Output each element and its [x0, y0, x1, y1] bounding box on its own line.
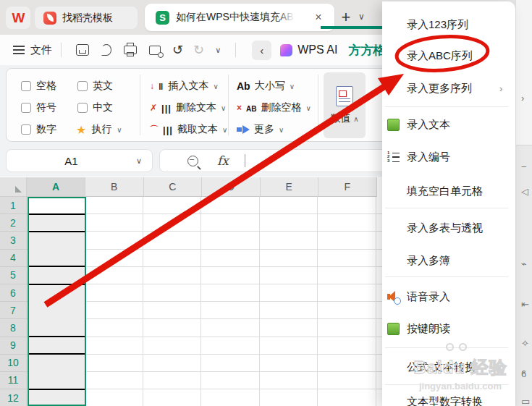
checkbox-english[interactable]: 英文 — [77, 79, 113, 93]
checkbox-label: 符号 — [36, 101, 56, 114]
redo-icon[interactable]: ↻ — [193, 42, 204, 58]
menu-item-text-number-convert[interactable]: 文本型数字转换 — [382, 392, 515, 406]
menu-item-enter-numbering[interactable]: 123 录入编号 — [382, 147, 515, 167]
change-case-button[interactable]: Ab 大小写 ∨ — [237, 78, 295, 94]
tab-list-chevron-icon[interactable]: ∨ — [358, 12, 365, 22]
name-box[interactable]: A1 ∨ — [6, 149, 153, 172]
close-tab-icon[interactable]: × — [311, 10, 326, 25]
sidebar-pin-icon[interactable]: ⌁ — [521, 258, 527, 269]
checkbox-space[interactable]: 空格 — [21, 79, 56, 93]
print-preview-icon[interactable] — [149, 46, 161, 55]
sidebar-doc-icon[interactable]: ▭ — [521, 396, 530, 406]
chevron-down-icon: ∨ — [117, 126, 122, 134]
row-header-12[interactable]: 12 — [0, 389, 27, 406]
ribbon-divider — [228, 75, 229, 135]
column-header-B[interactable]: B — [85, 177, 144, 197]
sidebar-minus-icon[interactable]: − — [521, 161, 527, 172]
numeric-doc-icon — [336, 86, 353, 106]
file-menu-button[interactable]: 文件 — [30, 43, 52, 57]
checkbox-icon[interactable] — [21, 103, 31, 113]
menu-item-multi-sheet-pivot[interactable]: 录入多表与透视 — [382, 218, 515, 238]
sidebar-person-icon[interactable]: ϐ — [521, 368, 526, 379]
more-arrow-icon — [237, 127, 242, 132]
fx-icon[interactable]: fx — [217, 153, 229, 168]
icon-bars: ‖ — [159, 81, 164, 92]
row-header-11[interactable]: 11 — [0, 372, 27, 389]
column-header-A[interactable]: A — [27, 177, 85, 197]
zoom-minus-icon[interactable] — [187, 156, 198, 166]
ribbon-divider — [318, 75, 318, 135]
button-label: 删除文本 — [176, 101, 216, 114]
export-pdf-icon[interactable] — [101, 44, 111, 56]
checkbox-number[interactable]: 数字 — [21, 122, 56, 137]
menu-item-fill-blank-cells[interactable]: 填充空白单元格 — [382, 181, 515, 201]
sidebar-sparkle-icon[interactable]: ✧ — [521, 338, 529, 349]
delete-text-button[interactable]: ✗ ||| 删除文本 ∨ — [150, 100, 226, 116]
undo-icon[interactable]: ↺ — [172, 42, 183, 58]
wps-ai-icon — [280, 44, 292, 56]
wps-home-button[interactable]: W — [6, 7, 30, 29]
column-header-F[interactable]: F — [318, 177, 377, 197]
menu-item-enter-text[interactable]: 录入文本 — [382, 114, 515, 135]
collapse-ribbon-back-button[interactable]: ‹ — [252, 41, 271, 60]
menu-item-multi-workbook[interactable]: 录入多簿 — [382, 250, 515, 271]
toolbar-more-chevron-icon[interactable]: ∨ — [215, 46, 221, 55]
wps-spreadsheet-window: W 找稻壳模板 S 如何在WPS中快速填充AB × + ∨ 文件 ↺ ↻ ∨ ‹… — [0, 0, 532, 406]
select-all-button[interactable] — [0, 177, 27, 197]
checkbox-chinese[interactable]: 中文 — [77, 101, 113, 115]
execute-button[interactable]: ★ 执行 ∨ — [76, 122, 122, 137]
menu-item-enter-abc-sequence[interactable]: 录入ABC序列 — [382, 46, 515, 66]
menu-item-enter-more-sequences[interactable]: 录入更多序列 › — [382, 78, 515, 98]
row-header-7[interactable]: 7 — [0, 302, 27, 319]
checkbox-icon[interactable] — [21, 81, 31, 91]
tab-active-document[interactable]: S 如何在WPS中快速填充AB × — [145, 4, 334, 31]
menu-item-label: 按键朗读 — [407, 322, 450, 336]
icon-bars: ||| — [163, 124, 173, 135]
extract-text-button[interactable]: ⌒ ||| 截取文本 ∨ — [150, 122, 227, 138]
row-header-5[interactable]: 5 — [0, 267, 27, 284]
remove-spaces-button[interactable]: × AB 删除空格 ∨ — [237, 100, 311, 116]
checkbox-icon[interactable] — [77, 81, 88, 91]
row-header-3[interactable]: 3 — [0, 232, 27, 249]
tab-docer-templates[interactable]: 找稻壳模板 — [35, 7, 138, 29]
insert-text-button[interactable]: ↓ ‖ 插入文本 ∨ — [150, 78, 219, 94]
numeric-menu-button[interactable]: 数值 ∧ — [324, 72, 366, 138]
wps-logo-icon: W — [12, 10, 25, 26]
checkbox-icon[interactable] — [21, 124, 31, 135]
row-header-4[interactable]: 4 — [0, 250, 27, 267]
column-header-C[interactable]: C — [144, 177, 203, 197]
checkbox-symbol[interactable]: 符号 — [21, 101, 56, 115]
tab-label-fade — [276, 9, 295, 27]
new-tab-button[interactable]: + — [337, 9, 355, 26]
menu-item-enter-123-sequence[interactable]: 录入123序列 — [382, 14, 515, 35]
wps-ai-button[interactable]: WPS AI — [297, 43, 337, 56]
name-box-chevron-icon[interactable]: ∨ — [136, 156, 142, 166]
checkbox-icon[interactable] — [77, 103, 88, 113]
row-header-6[interactable]: 6 — [0, 284, 27, 302]
column-header-E[interactable]: E — [261, 177, 319, 197]
sidebar-indent-icon[interactable]: ⇤ — [521, 299, 529, 310]
toolbar-divider — [61, 43, 62, 57]
menu-divider — [385, 384, 508, 385]
row-header-9[interactable]: 9 — [0, 337, 27, 355]
sidebar-cursor-icon[interactable]: ◁ — [521, 186, 528, 197]
selected-range[interactable] — [28, 197, 86, 406]
menu-item-voice-input[interactable]: 语音录入 — [382, 287, 515, 307]
expand-panel-chevron-icon[interactable]: › — [521, 93, 524, 103]
row-header-2[interactable]: 2 — [0, 214, 27, 232]
row-header-1[interactable]: 1 — [0, 197, 27, 214]
menu-item-key-readback[interactable]: 按键朗读 — [382, 318, 515, 339]
hamburger-menu-icon[interactable] — [13, 46, 25, 54]
active-cell-a1[interactable] — [29, 198, 85, 214]
print-icon[interactable] — [124, 46, 137, 54]
column-header-D[interactable]: D — [202, 177, 261, 197]
more-button[interactable]: 更多 ∨ — [237, 122, 284, 138]
row-header-8[interactable]: 8 — [0, 319, 27, 337]
row-header-10[interactable]: 10 — [0, 355, 27, 372]
menu-item-formula-text-convert[interactable]: 公式-文本转换 — [382, 357, 515, 377]
button-label: 大小写 — [255, 80, 285, 93]
tab-fangfangezi[interactable]: 方方格 — [348, 42, 385, 59]
menu-item-label: 录入更多序列 — [407, 82, 472, 96]
save-icon[interactable] — [76, 44, 89, 56]
docer-leaf-icon — [43, 12, 56, 25]
